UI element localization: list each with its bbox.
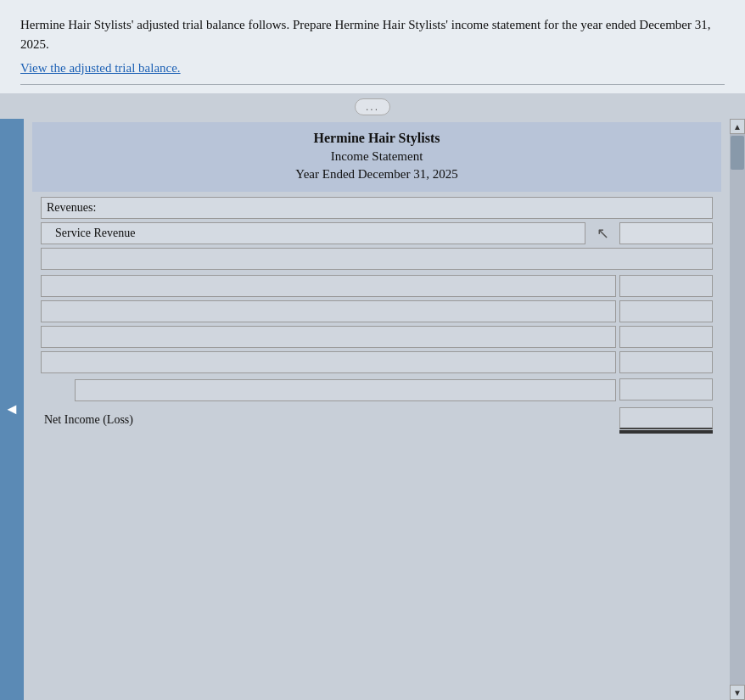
year-line: Year Ended December 31, 2025 (41, 167, 713, 182)
company-name: Hermine Hair Stylists (41, 131, 713, 146)
service-revenue-row: Service Revenue ↖ (41, 222, 713, 244)
scroll-up-button[interactable]: ▲ (730, 119, 745, 134)
data-row-4 (41, 351, 713, 373)
data-input-main-3[interactable] (41, 326, 616, 348)
data-row-1 (41, 275, 713, 297)
service-revenue-label: Service Revenue (41, 222, 585, 244)
double-underline (619, 430, 713, 434)
service-revenue-input[interactable] (619, 222, 713, 244)
data-input-side-1[interactable] (619, 275, 713, 297)
net-income-input[interactable] (619, 407, 713, 429)
data-input-side-3[interactable] (619, 326, 713, 348)
scrollbar: ▲ ▼ (730, 119, 745, 700)
data-input-main-1[interactable] (41, 275, 616, 297)
net-income-right (619, 407, 713, 434)
income-statement-table: Hermine Hair Stylists Income Statement Y… (32, 122, 721, 442)
statement-title: Income Statement (41, 149, 713, 164)
data-row-2 (41, 300, 713, 322)
data-input-side-2[interactable] (619, 300, 713, 322)
left-arrow-area[interactable]: ◄ (0, 119, 24, 700)
blank-row-1 (41, 248, 713, 270)
form-container: Hermine Hair Stylists Income Statement Y… (24, 119, 730, 700)
collapse-button[interactable]: ... (355, 98, 390, 115)
table-header: Hermine Hair Stylists Income Statement Y… (32, 122, 721, 192)
subtotal-input-main[interactable] (75, 379, 616, 401)
subtotal-right-stack (619, 378, 713, 402)
cursor-icon: ↖ (585, 224, 619, 243)
data-input-main-4[interactable] (41, 351, 616, 373)
data-input-side-4[interactable] (619, 351, 713, 373)
section-divider (20, 84, 725, 85)
net-income-row: Net Income (Loss) (41, 407, 713, 434)
data-row-3 (41, 326, 713, 348)
subtotal-row (41, 378, 713, 402)
intro-paragraph: Hermine Hair Stylists' adjusted trial ba… (20, 15, 725, 53)
main-content: ◄ Hermine Hair Stylists Income Statement… (0, 119, 745, 700)
revenues-header-row: Revenues: (41, 197, 713, 219)
blank-input-main-1[interactable] (41, 248, 713, 270)
revenues-label: Revenues: (41, 197, 713, 219)
table-body: Revenues: Service Revenue ↖ (32, 192, 721, 442)
net-income-label: Net Income (Loss) (41, 413, 619, 427)
left-arrow-icon: ◄ (4, 400, 20, 418)
top-section: Hermine Hair Stylists' adjusted trial ba… (0, 0, 745, 93)
collapse-bar: ... (0, 93, 745, 119)
view-trial-balance-link[interactable]: View the adjusted trial balance. (20, 61, 181, 75)
scroll-down-button[interactable]: ▼ (730, 685, 745, 700)
scroll-thumb[interactable] (731, 136, 744, 170)
data-input-main-2[interactable] (41, 300, 616, 322)
subtotal-input-side[interactable] (619, 378, 713, 400)
